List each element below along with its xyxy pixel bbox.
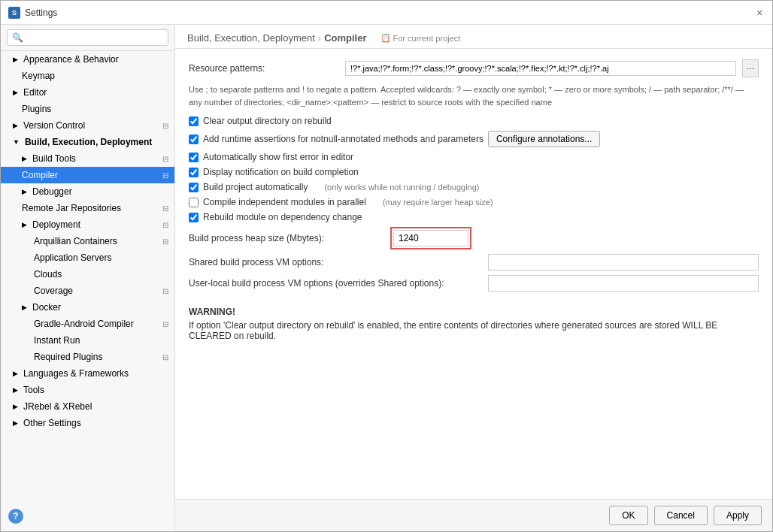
compile-parallel-aside: (may require larger heap size) bbox=[383, 198, 493, 207]
sidebar-item-appearance[interactable]: ▶ Appearance & Behavior bbox=[1, 51, 174, 68]
heap-size-input[interactable] bbox=[393, 230, 468, 246]
sidebar-item-label: Clouds bbox=[34, 269, 62, 280]
project-label: For current project bbox=[393, 34, 461, 43]
ext-icon: ⊟ bbox=[162, 221, 168, 229]
sidebar-item-label: Remote Jar Repositories bbox=[22, 203, 121, 213]
sidebar-item-build-exec[interactable]: ▼ Build, Execution, Deployment bbox=[1, 134, 174, 150]
user-vm-label: User-local build process VM options (ove… bbox=[189, 278, 482, 289]
main-panel: Build, Execution, Deployment › Compiler … bbox=[175, 25, 772, 531]
sidebar-item-clouds[interactable]: Clouds bbox=[1, 266, 174, 283]
heap-size-label: Build process heap size (Mbytes): bbox=[189, 233, 384, 243]
arrow-icon: ▶ bbox=[13, 403, 18, 410]
arrow-icon: ▶ bbox=[13, 419, 18, 427]
ext-icon: ⊟ bbox=[162, 353, 168, 361]
help-button[interactable]: ? bbox=[8, 509, 23, 524]
checkbox-runtime-assertions-label: Add runtime assertions for notnull-annot… bbox=[203, 134, 484, 144]
main-header: Build, Execution, Deployment › Compiler … bbox=[175, 25, 772, 49]
sidebar-item-build-tools[interactable]: ▶ Build Tools ⊟ bbox=[1, 150, 174, 167]
ok-button[interactable]: OK bbox=[609, 506, 647, 525]
checkbox-rebuild-dependency: Rebuild module on dependency change bbox=[189, 212, 759, 222]
arrow-icon: ▶ bbox=[22, 304, 27, 311]
checkbox-auto-show-error: Automatically show first error in editor bbox=[189, 152, 759, 162]
sidebar-item-compiler[interactable]: Compiler ⊟ bbox=[1, 167, 174, 183]
checkbox-clear-output-input[interactable] bbox=[189, 116, 199, 126]
sidebar-item-jrebel[interactable]: ▶ JRebel & XRebel bbox=[1, 398, 174, 415]
resource-patterns-input[interactable] bbox=[345, 61, 736, 76]
checkbox-build-automatically-label: Build project automatically bbox=[203, 182, 308, 192]
checkbox-rebuild-dependency-input[interactable] bbox=[189, 213, 199, 222]
sidebar-item-label: Coverage bbox=[34, 286, 73, 296]
heap-size-input-wrapper bbox=[390, 227, 471, 249]
ext-icon: ⊟ bbox=[162, 155, 168, 163]
breadcrumb-sep: › bbox=[318, 32, 321, 44]
checkbox-clear-output: Clear output directory on rebuild bbox=[189, 116, 759, 126]
heap-size-row: Build process heap size (Mbytes): bbox=[189, 227, 759, 249]
sidebar-item-coverage[interactable]: Coverage ⊟ bbox=[1, 283, 174, 299]
window-title: Settings bbox=[25, 8, 57, 18]
configure-annotations-button[interactable]: Configure annotations... bbox=[488, 131, 600, 147]
build-automatically-aside: (only works while not running / debuggin… bbox=[324, 183, 479, 192]
checkbox-compile-parallel-label: Compile independent modules in parallel bbox=[203, 197, 366, 207]
sidebar-item-languages[interactable]: ▶ Languages & Frameworks bbox=[1, 365, 174, 382]
settings-window: S Settings × ▶ Appearance & Behavior Key… bbox=[0, 0, 773, 532]
sidebar-item-other[interactable]: ▶ Other Settings bbox=[1, 415, 174, 431]
sidebar-item-label: Editor bbox=[23, 87, 47, 98]
sidebar: ▶ Appearance & Behavior Keymap ▶ Editor bbox=[1, 25, 175, 531]
user-vm-input[interactable] bbox=[488, 275, 759, 292]
app-icon: S bbox=[8, 7, 20, 19]
sidebar-item-label: Languages & Frameworks bbox=[23, 368, 129, 379]
sidebar-item-plugins[interactable]: Plugins bbox=[1, 101, 174, 117]
sidebar-item-arquillian[interactable]: Arquillian Containers ⊟ bbox=[1, 233, 174, 249]
sidebar-item-instant-run[interactable]: Instant Run bbox=[1, 332, 174, 349]
checkbox-build-automatically-input[interactable] bbox=[189, 183, 199, 192]
checkbox-display-notification-input[interactable] bbox=[189, 168, 199, 177]
checkbox-rebuild-dependency-label: Rebuild module on dependency change bbox=[203, 212, 362, 222]
cancel-button[interactable]: Cancel bbox=[654, 506, 708, 525]
checkbox-auto-show-error-input[interactable] bbox=[189, 153, 199, 162]
checkbox-display-notification: Display notification on build completion bbox=[189, 167, 759, 177]
arrow-icon: ▶ bbox=[22, 155, 27, 162]
project-icon: 📋 bbox=[380, 33, 391, 43]
sidebar-item-debugger[interactable]: ▶ Debugger bbox=[1, 183, 174, 200]
shared-vm-input[interactable] bbox=[488, 254, 759, 271]
sidebar-item-label: Other Settings bbox=[23, 418, 81, 428]
bottom-bar: OK Cancel Apply bbox=[175, 499, 772, 531]
sidebar-item-label: Deployment bbox=[32, 219, 80, 230]
sidebar-item-deployment[interactable]: ▶ Deployment ⊟ bbox=[1, 216, 174, 233]
sidebar-item-docker[interactable]: ▶ Docker bbox=[1, 299, 174, 316]
ext-icon: ⊟ bbox=[162, 287, 168, 295]
resource-patterns-expand-button[interactable]: ⋯ bbox=[742, 59, 759, 77]
sidebar-item-label: Appearance & Behavior bbox=[23, 54, 119, 65]
sidebar-item-label: Gradle-Android Compiler bbox=[34, 319, 134, 329]
checkbox-clear-output-label: Clear output directory on rebuild bbox=[203, 116, 332, 126]
sidebar-item-tools[interactable]: ▶ Tools bbox=[1, 382, 174, 398]
sidebar-item-gradle-android[interactable]: Gradle-Android Compiler ⊟ bbox=[1, 316, 174, 332]
ext-icon: ⊟ bbox=[162, 122, 168, 130]
sidebar-item-required-plugins[interactable]: Required Plugins ⊟ bbox=[1, 349, 174, 365]
sidebar-item-version-control[interactable]: ▶ Version Control ⊟ bbox=[1, 117, 174, 134]
close-button[interactable]: × bbox=[754, 8, 765, 18]
main-content: Resource patterns: ⋯ Use ; to separate p… bbox=[175, 49, 772, 499]
current-project: 📋 For current project bbox=[380, 33, 461, 43]
ext-icon: ⊟ bbox=[162, 237, 168, 246]
sidebar-item-label: Keymap bbox=[22, 71, 55, 81]
arrow-icon: ▶ bbox=[13, 370, 18, 377]
sidebar-item-editor[interactable]: ▶ Editor bbox=[1, 84, 174, 101]
sidebar-item-label: JRebel & XRebel bbox=[23, 401, 92, 412]
checkbox-runtime-assertions-input[interactable] bbox=[189, 135, 199, 144]
sidebar-item-label: Debugger bbox=[32, 186, 72, 197]
search-box bbox=[1, 25, 174, 51]
breadcrumb-path: Build, Execution, Deployment bbox=[187, 32, 315, 44]
sidebar-item-app-servers[interactable]: Application Servers bbox=[1, 249, 174, 266]
sidebar-item-label: Build Tools bbox=[32, 153, 76, 164]
apply-button[interactable]: Apply bbox=[714, 506, 762, 525]
checkbox-compile-parallel: Compile independent modules in parallel … bbox=[189, 197, 759, 207]
sidebar-item-remote-jar[interactable]: Remote Jar Repositories ⊟ bbox=[1, 200, 174, 216]
arrow-icon: ▶ bbox=[13, 56, 18, 63]
arrow-icon: ▼ bbox=[13, 138, 20, 146]
checkbox-compile-parallel-input[interactable] bbox=[189, 198, 199, 207]
sidebar-item-keymap[interactable]: Keymap bbox=[1, 68, 174, 84]
search-input[interactable] bbox=[7, 29, 168, 46]
ext-icon: ⊟ bbox=[162, 320, 168, 328]
arrow-icon: ▶ bbox=[22, 188, 27, 195]
